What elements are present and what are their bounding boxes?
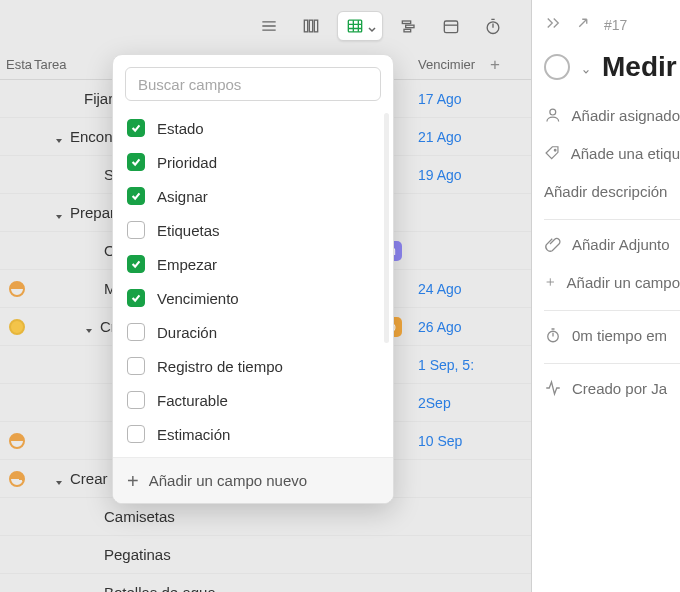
status-icon (9, 433, 25, 449)
field-option[interactable]: Duración (117, 315, 389, 349)
detail-topbar: #17 (544, 14, 680, 35)
scrollbar[interactable] (384, 113, 389, 343)
row-due-cell[interactable]: 26 Ago (410, 319, 500, 335)
expand-icon[interactable] (574, 14, 592, 35)
header-state[interactable]: Esta (0, 57, 34, 72)
row-task-cell[interactable]: Camisetas (34, 508, 410, 525)
add-field-label: Añadir un campo nuevo (149, 472, 307, 489)
checkbox-icon (127, 391, 145, 409)
row-due-cell[interactable]: 10 Sep (410, 433, 500, 449)
field-option[interactable]: Asignar (117, 179, 389, 213)
search-input[interactable] (126, 76, 380, 93)
field-label: Facturable (157, 392, 228, 409)
assignee-row[interactable]: Añadir asignado (544, 101, 680, 129)
svg-rect-3 (348, 20, 361, 32)
expand-caret-icon[interactable] (84, 322, 94, 332)
field-label: Asignar (157, 188, 208, 205)
field-option[interactable]: Vencimiento (117, 281, 389, 315)
checkbox-icon (127, 357, 145, 375)
description-row[interactable]: Añadir descripción (544, 177, 680, 205)
field-option[interactable]: Registro de tiempo (117, 349, 389, 383)
view-calendar-icon[interactable] (435, 11, 467, 41)
add-column-button[interactable]: + (480, 55, 510, 75)
caret-down-icon (367, 22, 375, 30)
view-toolbar (0, 8, 531, 44)
row-due-cell[interactable]: 2Sep (410, 395, 500, 411)
main-pane: Esta Tarea Vencimier + Fijar me17 AgoEnc… (0, 0, 532, 592)
attachment-row[interactable]: Añadir Adjunto (544, 230, 680, 258)
status-caret-icon[interactable] (582, 63, 590, 71)
field-option[interactable]: Prioridad (117, 145, 389, 179)
svg-rect-6 (404, 29, 411, 32)
view-board-icon[interactable] (295, 11, 327, 41)
time-row[interactable]: 0m tiempo em (544, 321, 680, 349)
view-table-dropdown[interactable] (337, 11, 383, 41)
status-icon (9, 471, 25, 487)
attachment-label: Añadir Adjunto (572, 236, 670, 253)
checkbox-icon (127, 425, 145, 443)
field-option[interactable]: Estado (117, 111, 389, 145)
created-row: Creado por Ja (544, 374, 680, 402)
add-field-label: Añadir un campo (567, 274, 680, 291)
field-option[interactable]: Empezar (117, 247, 389, 281)
stopwatch-icon[interactable] (477, 11, 509, 41)
svg-rect-5 (406, 25, 414, 28)
row-due-cell[interactable]: 17 Ago (410, 91, 500, 107)
description-label: Añadir descripción (544, 183, 667, 200)
tag-label: Añade una etiqu (571, 145, 680, 162)
task-name: Camisetas (104, 508, 175, 525)
paperclip-icon (544, 235, 562, 253)
field-label: Estado (157, 120, 204, 137)
row-state-cell[interactable] (0, 471, 34, 487)
field-label: Duración (157, 324, 217, 341)
row-state-cell[interactable] (0, 433, 34, 449)
separator (544, 310, 680, 311)
view-list-icon[interactable] (253, 11, 285, 41)
row-state-cell[interactable] (0, 319, 34, 335)
field-label: Etiquetas (157, 222, 220, 239)
collapse-icon[interactable] (544, 14, 562, 35)
row-due-cell[interactable]: 1 Sep, 5: (410, 357, 500, 373)
field-option[interactable]: Etiquetas (117, 213, 389, 247)
field-label: Empezar (157, 256, 217, 273)
header-due[interactable]: Vencimier (410, 57, 480, 72)
svg-rect-4 (402, 21, 410, 24)
activity-icon (544, 379, 562, 397)
plus-icon (544, 273, 557, 291)
assignee-label: Añadir asignado (572, 107, 680, 124)
view-timeline-icon[interactable] (393, 11, 425, 41)
task-title[interactable]: Medir (602, 51, 677, 83)
search-field-wrapper (125, 67, 381, 101)
created-label: Creado por Ja (572, 380, 667, 397)
detail-title-row: Medir (544, 51, 680, 83)
row-due-cell[interactable]: 21 Ago (410, 129, 500, 145)
checkbox-icon (127, 119, 145, 137)
checkbox-icon (127, 221, 145, 239)
field-option[interactable]: Facturable (117, 383, 389, 417)
status-circle[interactable] (544, 54, 570, 80)
expand-caret-icon[interactable] (54, 132, 64, 142)
tag-row[interactable]: Añade una etiqu (544, 139, 680, 167)
row-due-cell[interactable]: 24 Ago (410, 281, 500, 297)
field-option[interactable]: Estimación (117, 417, 389, 451)
row-task-cell[interactable]: Pegatinas (34, 546, 410, 563)
table-row[interactable]: Pegatinas (0, 536, 531, 574)
checkbox-icon (127, 289, 145, 307)
row-due-cell[interactable]: 19 Ago (410, 167, 500, 183)
field-label: Estimación (157, 426, 230, 443)
add-field-row[interactable]: Añadir un campo (544, 268, 680, 296)
checkbox-icon (127, 153, 145, 171)
task-name: Pegatinas (104, 546, 171, 563)
add-field-button[interactable]: + Añadir un campo nuevo (113, 457, 393, 503)
field-label: Registro de tiempo (157, 358, 283, 375)
detail-pane: #17 Medir Añadir asignado Añade una etiq… (532, 0, 680, 592)
table-row[interactable]: Botellas de agua (0, 574, 531, 592)
expand-caret-icon[interactable] (54, 208, 64, 218)
field-label: Prioridad (157, 154, 217, 171)
expand-caret-icon[interactable] (54, 474, 64, 484)
row-state-cell[interactable] (0, 281, 34, 297)
breadcrumb-id[interactable]: #17 (604, 17, 627, 33)
separator (544, 219, 680, 220)
checkbox-icon (127, 187, 145, 205)
row-task-cell[interactable]: Botellas de agua (34, 584, 410, 592)
